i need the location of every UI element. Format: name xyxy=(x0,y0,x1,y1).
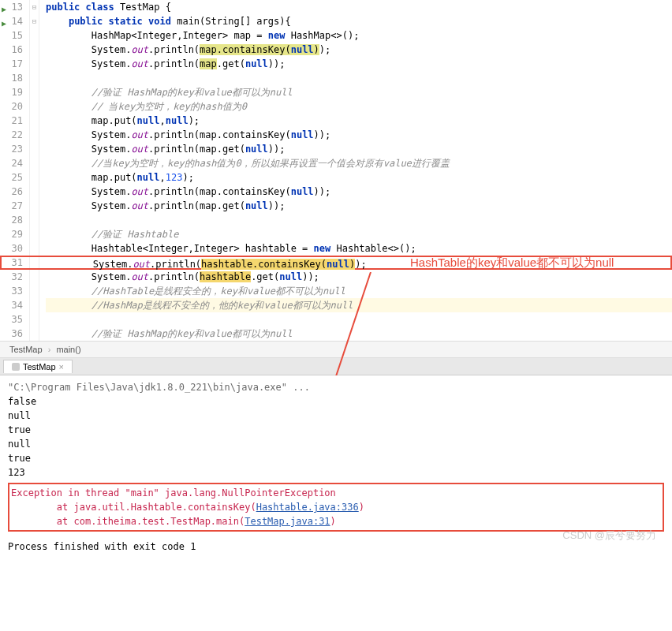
console-output[interactable]: "C:\Program Files\Java\jdk1.8.0_221\bin\… xyxy=(0,375,672,558)
chevron-right-icon: › xyxy=(48,345,51,354)
console-tab[interactable]: TestMap × xyxy=(3,360,73,373)
code-area[interactable]: public class TestMap { public static voi… xyxy=(39,0,672,341)
exception-block: Exception in thread "main" java.lang.Nul… xyxy=(8,483,664,532)
annotation-text: HashTable的key和value都不可以为null xyxy=(410,256,614,271)
breadcrumb[interactable]: TestMap › main() xyxy=(0,341,672,358)
stacktrace-link[interactable]: TestMap.java:31 xyxy=(245,516,330,527)
fold-icon[interactable]: ⊟ xyxy=(30,14,39,28)
fold-icon[interactable]: ⊟ xyxy=(30,0,39,14)
line-gutter: ▶13 ▶14 15 16 17 18 19 20 21 22 23 24 25… xyxy=(0,0,30,341)
breadcrumb-file[interactable]: TestMap xyxy=(9,345,43,354)
console-tab-bar: TestMap × xyxy=(0,358,672,375)
code-editor[interactable]: ▶13 ▶14 15 16 17 18 19 20 21 22 23 24 25… xyxy=(0,0,672,341)
watermark: CSDN @辰兮要努力 xyxy=(562,528,656,543)
close-icon[interactable]: × xyxy=(59,362,64,372)
fold-column: ⊟ ⊟ xyxy=(30,0,39,341)
command-line: "C:\Program Files\Java\jdk1.8.0_221\bin\… xyxy=(8,380,664,394)
file-icon xyxy=(12,363,20,371)
stacktrace-link[interactable]: Hashtable.java:336 xyxy=(256,502,359,513)
breadcrumb-method[interactable]: main() xyxy=(56,345,80,354)
